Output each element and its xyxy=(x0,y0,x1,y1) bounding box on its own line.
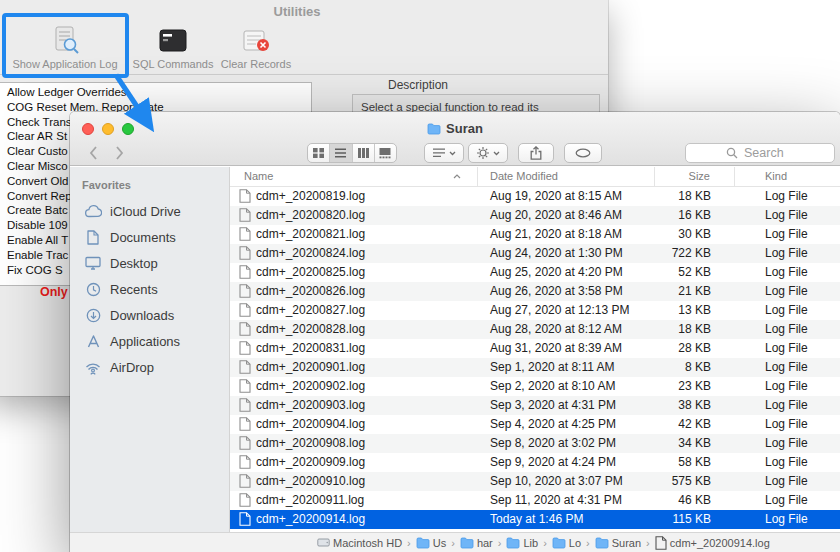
file-row[interactable]: cdm+_20200901.logSep 1, 2020 at 8:11 AM8… xyxy=(230,358,840,377)
sidebar-item-applications[interactable]: Applications xyxy=(70,328,229,354)
sidebar-item-airdrop[interactable]: AirDrop xyxy=(70,354,229,380)
file-date-cell: Sep 1, 2020 at 8:11 AM xyxy=(478,358,655,377)
utilities-toolbar: Show Application Log SQL Commands Clear … xyxy=(0,22,608,75)
file-name: cdm+_20200909.log xyxy=(256,455,365,469)
path-separator: › xyxy=(543,537,547,549)
share-icon xyxy=(530,146,542,160)
file-name-cell: cdm+_20200903.log xyxy=(230,396,478,415)
tag-button[interactable] xyxy=(564,143,602,163)
file-kind-cell: Log File xyxy=(735,510,840,529)
clear-records-button[interactable]: Clear Records xyxy=(210,24,302,70)
file-name: cdm+_20200902.log xyxy=(256,379,365,393)
path-item-label: Lo xyxy=(569,537,581,549)
file-icon xyxy=(239,265,251,279)
path-separator: › xyxy=(646,537,650,549)
path-item[interactable]: Us xyxy=(416,537,446,549)
file-size-cell: 21 KB xyxy=(655,282,735,301)
action-menu-button[interactable] xyxy=(468,143,508,163)
file-name: cdm+_20200827.log xyxy=(256,303,365,317)
file-row[interactable]: cdm+_20200903.logSep 3, 2020 at 4:31 PM3… xyxy=(230,396,840,415)
sidebar-item-documents[interactable]: Documents xyxy=(70,224,229,250)
file-row[interactable]: cdm+_20200904.logSep 4, 2020 at 4:25 PM4… xyxy=(230,415,840,434)
path-item[interactable]: cdm+_20200914.log xyxy=(655,536,770,550)
file-size-cell: 28 KB xyxy=(655,339,735,358)
icon-view-button[interactable] xyxy=(308,144,330,162)
file-row[interactable]: cdm+_20200824.logAug 24, 2020 at 1:30 PM… xyxy=(230,244,840,263)
column-header-name[interactable]: Name xyxy=(230,167,478,187)
search-field[interactable] xyxy=(685,143,835,163)
file-size-cell: 18 KB xyxy=(655,320,735,339)
file-row[interactable]: cdm+_20200821.logAug 21, 2020 at 8:18 AM… xyxy=(230,225,840,244)
file-row[interactable]: cdm+_20200911.logSep 11, 2020 at 4:31 PM… xyxy=(230,491,840,510)
file-row[interactable]: cdm+_20200828.logAug 28, 2020 at 8:12 AM… xyxy=(230,320,840,339)
file-name-cell: cdm+_20200825.log xyxy=(230,263,478,282)
file-row[interactable]: cdm+_20200825.logAug 25, 2020 at 4:20 PM… xyxy=(230,263,840,282)
file-size-cell: 23 KB xyxy=(655,377,735,396)
search-input[interactable] xyxy=(742,145,794,161)
file-row[interactable]: cdm+_20200902.logSep 2, 2020 at 8:10 AM2… xyxy=(230,377,840,396)
file-date-cell: Aug 20, 2020 at 8:46 AM xyxy=(478,206,655,225)
file-name-cell: cdm+_20200910.log xyxy=(230,472,478,491)
file-size-cell: 52 KB xyxy=(655,263,735,282)
path-item[interactable]: Lo xyxy=(552,537,581,549)
path-item-label: Lib xyxy=(523,537,538,549)
sql-commands-icon xyxy=(158,24,188,57)
file-row[interactable]: cdm+_20200827.logAug 27, 2020 at 12:13 P… xyxy=(230,301,840,320)
file-row[interactable]: cdm+_20200908.logSep 8, 2020 at 3:02 PM3… xyxy=(230,434,840,453)
file-name-cell: cdm+_20200826.log xyxy=(230,282,478,301)
share-button[interactable] xyxy=(518,143,554,163)
file-icon xyxy=(239,303,251,317)
sql-commands-button[interactable]: SQL Commands xyxy=(127,24,219,70)
file-list: Name Date Modified Size Kind cdm+_202008… xyxy=(230,167,840,532)
file-name: cdm+_20200824.log xyxy=(256,246,365,260)
column-header-kind[interactable]: Kind xyxy=(735,167,840,187)
file-name-cell: cdm+_20200819.log xyxy=(230,187,478,206)
file-kind-cell: Log File xyxy=(735,263,840,282)
file-date-cell: Sep 10, 2020 at 3:07 PM xyxy=(478,472,655,491)
path-item[interactable]: Lib xyxy=(506,537,538,549)
file-icon xyxy=(239,284,251,298)
path-item-label: Suran xyxy=(612,537,641,549)
finder-toolbar xyxy=(70,141,840,165)
gallery-view-button[interactable] xyxy=(375,144,396,162)
group-button[interactable] xyxy=(424,143,464,163)
list-view-button[interactable] xyxy=(330,144,352,162)
path-item[interactable]: Suran xyxy=(595,537,641,549)
file-kind-cell: Log File xyxy=(735,225,840,244)
gear-icon xyxy=(476,146,490,160)
show-application-log-button[interactable]: Show Application Log xyxy=(4,24,126,70)
sidebar-item-recents[interactable]: Recents xyxy=(70,276,229,302)
file-row[interactable]: cdm+_20200826.logAug 26, 2020 at 3:58 PM… xyxy=(230,282,840,301)
function-list-item[interactable]: Allow Ledger Overrides xyxy=(0,85,311,100)
path-separator: › xyxy=(451,537,455,549)
column-header-date-modified[interactable]: Date Modified xyxy=(478,167,655,187)
back-button[interactable] xyxy=(82,143,104,163)
sidebar-item-downloads[interactable]: Downloads xyxy=(70,302,229,328)
column-view-button[interactable] xyxy=(353,144,375,162)
path-item[interactable]: har xyxy=(460,537,493,549)
file-row[interactable]: cdm+_20200819.logAug 19, 2020 at 8:15 AM… xyxy=(230,187,840,206)
file-row[interactable]: cdm+_20200831.logAug 31, 2020 at 8:39 AM… xyxy=(230,339,840,358)
file-name: cdm+_20200825.log xyxy=(256,265,365,279)
file-size-cell: 38 KB xyxy=(655,396,735,415)
file-icon xyxy=(239,189,251,203)
file-row[interactable]: cdm+_20200909.logSep 9, 2020 at 4:24 PM5… xyxy=(230,453,840,472)
file-row[interactable]: cdm+_20200820.logAug 20, 2020 at 8:46 AM… xyxy=(230,206,840,225)
column-header-size[interactable]: Size xyxy=(655,167,735,187)
file-size-cell: 722 KB xyxy=(655,244,735,263)
window-title: Suran xyxy=(70,121,840,136)
sidebar-item-icloud-drive[interactable]: iCloud Drive xyxy=(70,198,229,224)
desktop-icon xyxy=(84,256,102,270)
file-name-cell: cdm+_20200828.log xyxy=(230,320,478,339)
file-kind-cell: Log File xyxy=(735,339,840,358)
path-item[interactable]: Macintosh HD xyxy=(317,537,402,549)
forward-button[interactable] xyxy=(108,143,130,163)
file-name: cdm+_20200828.log xyxy=(256,322,365,336)
view-switcher xyxy=(307,143,397,163)
sidebar-item-desktop[interactable]: Desktop xyxy=(70,250,229,276)
sidebar-item-label: AirDrop xyxy=(110,360,154,375)
file-icon xyxy=(239,246,251,260)
file-row[interactable]: cdm+_20200914.logToday at 1:46 PM115 KBL… xyxy=(230,510,840,529)
file-row[interactable]: cdm+_20200910.logSep 10, 2020 at 3:07 PM… xyxy=(230,472,840,491)
finder-window: Suran xyxy=(70,112,840,552)
